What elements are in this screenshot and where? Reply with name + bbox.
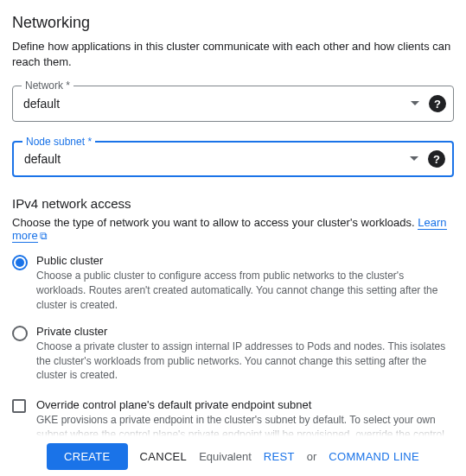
equivalent-label: Equivalent xyxy=(199,450,252,463)
public-cluster-option[interactable]: Public cluster Choose a public cluster t… xyxy=(12,254,454,312)
create-button[interactable]: CREATE xyxy=(47,443,128,470)
external-link-icon: ⧉ xyxy=(40,230,48,242)
help-icon[interactable]: ? xyxy=(429,95,446,112)
node-subnet-value: default xyxy=(24,152,61,166)
network-select[interactable]: Network * default ? xyxy=(12,86,454,122)
chevron-down-icon xyxy=(410,101,420,106)
help-icon[interactable]: ? xyxy=(428,150,445,168)
public-cluster-desc: Choose a public cluster to configure acc… xyxy=(36,269,454,312)
networking-description: Define how applications in this cluster … xyxy=(12,39,454,70)
private-cluster-option[interactable]: Private cluster Choose a private cluster… xyxy=(12,325,454,383)
or-label: or xyxy=(307,450,317,463)
private-cluster-desc: Choose a private cluster to assign inter… xyxy=(36,340,454,383)
node-subnet-select[interactable]: Node subnet * default ? xyxy=(12,141,454,177)
ipv4-heading: IPv4 network access xyxy=(12,196,454,211)
page-title: Networking xyxy=(12,14,454,32)
public-cluster-label: Public cluster xyxy=(36,254,454,267)
radio-icon xyxy=(12,255,28,270)
cancel-button[interactable]: CANCEL xyxy=(140,450,188,463)
network-label: Network * xyxy=(22,79,73,92)
command-line-link[interactable]: COMMAND LINE xyxy=(329,450,419,463)
rest-link[interactable]: REST xyxy=(264,450,295,463)
content-fade xyxy=(0,422,466,436)
override-label: Override control plane's default private… xyxy=(36,398,454,411)
checkbox-icon xyxy=(12,399,26,413)
chevron-down-icon xyxy=(409,156,419,162)
radio-icon xyxy=(12,326,28,341)
node-subnet-label: Node subnet * xyxy=(22,136,95,148)
network-value: default xyxy=(23,97,60,111)
footer-bar: CREATE CANCEL Equivalent REST or COMMAND… xyxy=(0,436,466,476)
ipv4-description: Choose the type of network you want to a… xyxy=(12,216,454,242)
private-cluster-label: Private cluster xyxy=(36,325,454,338)
